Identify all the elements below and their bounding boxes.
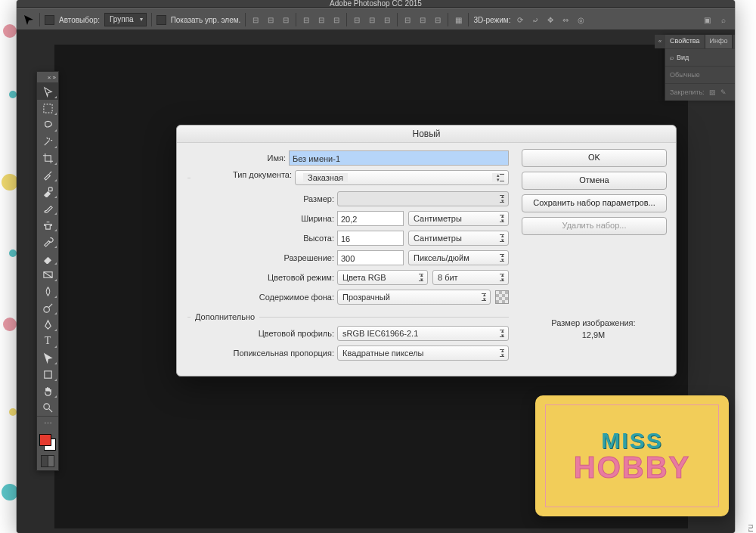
svg-rect-4 <box>44 370 51 377</box>
svg-rect-1 <box>48 187 52 191</box>
miss-text: MISS <box>601 428 662 454</box>
distribute-icon-1[interactable]: ⊟ <box>352 14 362 25</box>
distribute-icon-4[interactable]: ⊟ <box>402 14 413 25</box>
right-panels: « Свойства Инфо ⌕Вид Обычные Закрепить:▨… <box>665 35 735 101</box>
blur-tool[interactable] <box>37 283 58 299</box>
width-input[interactable]: 20,2 <box>337 211 404 226</box>
svg-point-5 <box>43 403 49 409</box>
foreground-color-swatch[interactable] <box>39 434 51 446</box>
gradient-tool[interactable] <box>37 266 58 283</box>
tab-properties[interactable]: Свойства <box>665 35 705 48</box>
width-unit-select[interactable]: Сантиметры▴▾ <box>408 211 509 226</box>
autoselect-checkbox[interactable] <box>45 15 54 25</box>
name-input[interactable]: Без имени-1 <box>289 150 509 166</box>
distribute-icon-3[interactable]: ⊟ <box>382 14 392 25</box>
hobby-text: HOBBY <box>574 451 690 485</box>
dialog-title: Новый <box>177 126 676 143</box>
window-title: Adobe Photoshop CC 2015 <box>17 0 735 8</box>
zoom-tool[interactable] <box>37 399 58 416</box>
align-hcenter-icon[interactable]: ⊟ <box>265 14 276 25</box>
eraser-tool[interactable] <box>37 249 58 266</box>
height-input[interactable]: 16 <box>337 231 404 246</box>
cancel-button[interactable]: Отмена <box>522 172 667 190</box>
name-label: Имя: <box>187 153 289 163</box>
dodge-tool[interactable] <box>37 299 58 316</box>
distribute-icon-2[interactable]: ⊟ <box>367 14 377 25</box>
doc-type-label: Тип документа: <box>191 170 295 185</box>
align-vcenter-icon[interactable]: ⊟ <box>316 14 327 25</box>
delete-preset-button: Удалить набор... <box>522 217 667 235</box>
bit-depth-select[interactable]: 8 бит▴▾ <box>432 270 509 285</box>
magic-wand-tool[interactable] <box>37 133 58 150</box>
workspace-icon[interactable]: ▣ <box>702 14 712 25</box>
panel-row-view[interactable]: ⌕Вид <box>665 48 735 66</box>
panel-row-normal[interactable]: Обычные <box>665 66 735 83</box>
advanced-label: Дополнительно <box>191 312 259 321</box>
scale-3d-icon[interactable]: ◎ <box>575 14 586 25</box>
svg-point-3 <box>43 306 49 312</box>
quick-mask-toggle[interactable] <box>41 455 54 466</box>
new-document-dialog: Новый Имя: Без имени-1 Тип документа: За… <box>176 125 677 377</box>
search-icon[interactable]: ⌕ <box>718 14 729 25</box>
options-bar: Автовыбор: Группа Показать упр. элем. ⊟ … <box>17 8 735 31</box>
color-profile-select[interactable]: sRGB IEC61966-2.1▴▾ <box>337 326 509 341</box>
color-mode-select[interactable]: Цвета RGB▴▾ <box>337 270 428 285</box>
align-left-icon[interactable]: ⊟ <box>250 14 261 25</box>
align-bottom-icon[interactable]: ⊟ <box>331 14 342 25</box>
doc-type-select[interactable]: Заказная▴▾ <box>295 170 509 185</box>
pixel-aspect-label: Попиксельная пропорция: <box>187 349 337 358</box>
auto-align-icon[interactable]: ▦ <box>453 14 463 25</box>
miss-hobby-watermark: MISS HOBBY <box>535 395 729 516</box>
type-tool[interactable]: T <box>37 333 58 349</box>
clone-stamp-tool[interactable] <box>37 216 58 233</box>
resolution-unit-select[interactable]: Пиксель/дюйм▴▾ <box>408 250 509 265</box>
size-label: Размер: <box>187 194 337 203</box>
color-swatches[interactable] <box>37 431 58 470</box>
ok-button[interactable]: OK <box>522 149 667 167</box>
marquee-tool[interactable] <box>37 100 58 116</box>
resolution-input[interactable]: 300 <box>337 250 404 265</box>
pixel-aspect-select[interactable]: Квадратные пикселы▴▾ <box>337 346 509 361</box>
image-size-info: Размер изображения: 12,9М <box>522 318 665 339</box>
move-tool[interactable] <box>37 83 58 100</box>
save-preset-button[interactable]: Сохранить набор параметров... <box>522 194 667 212</box>
toolbox: × » T ⋯ <box>36 71 59 471</box>
lasso-tool[interactable] <box>37 116 58 133</box>
pan-3d-icon[interactable]: ✥ <box>545 14 556 25</box>
height-unit-select[interactable]: Сантиметры▴▾ <box>408 231 509 246</box>
show-transform-checkbox[interactable] <box>156 15 166 25</box>
toolbox-header[interactable]: × » <box>37 72 58 83</box>
height-label: Высота: <box>187 234 337 243</box>
source-url: misshobby.livemaster.ru <box>745 524 754 533</box>
color-profile-label: Цветовой профиль: <box>187 329 337 338</box>
bg-contents-label: Содержимое фона: <box>187 293 337 302</box>
distribute-icon-6[interactable]: ⊟ <box>432 14 443 25</box>
size-select: ▴▾ <box>337 191 509 206</box>
edit-toolbar-button[interactable]: ⋯ <box>37 416 58 431</box>
width-label: Ширина: <box>187 214 337 223</box>
slide-3d-icon[interactable]: ⇔ <box>560 14 571 25</box>
brush-tool[interactable] <box>37 200 58 216</box>
align-top-icon[interactable]: ⊟ <box>301 14 311 25</box>
orbit-3d-icon[interactable]: ⟳ <box>515 14 525 25</box>
autoselect-mode-select[interactable]: Группа <box>104 13 147 26</box>
bg-contents-select[interactable]: Прозрачный▴▾ <box>337 290 491 305</box>
hand-tool[interactable] <box>37 383 58 399</box>
eyedropper-tool[interactable] <box>37 166 58 183</box>
pen-tool[interactable] <box>37 316 58 333</box>
distribute-icon-5[interactable]: ⊟ <box>417 14 428 25</box>
shape-tool[interactable] <box>37 366 58 383</box>
move-tool-preset-icon[interactable] <box>23 14 35 26</box>
crop-tool[interactable] <box>37 150 58 166</box>
bg-color-swatch[interactable] <box>495 290 509 304</box>
history-brush-tool[interactable] <box>37 233 58 249</box>
panels-collapse-icon[interactable]: « <box>655 35 665 48</box>
roll-3d-icon[interactable]: ⤾ <box>530 14 541 25</box>
show-transform-label: Показать упр. элем. <box>171 16 241 24</box>
align-right-icon[interactable]: ⊟ <box>280 14 291 25</box>
path-select-tool[interactable] <box>37 349 58 366</box>
color-mode-label: Цветовой режим: <box>187 273 337 282</box>
healing-brush-tool[interactable] <box>37 183 58 200</box>
resolution-label: Разрешение: <box>187 253 337 262</box>
tab-info[interactable]: Инфо <box>705 35 733 48</box>
